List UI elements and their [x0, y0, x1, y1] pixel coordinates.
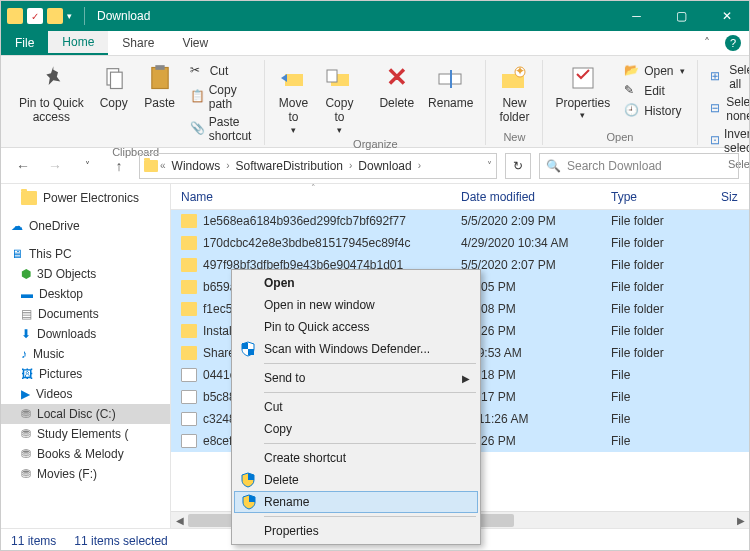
copy-button[interactable]: Copy: [92, 60, 136, 112]
item-count: 11 items: [11, 534, 56, 548]
home-tab[interactable]: Home: [48, 31, 108, 55]
document-icon: ▤: [21, 307, 32, 321]
forward-button[interactable]: →: [43, 154, 67, 178]
cut-button[interactable]: ✂Cut: [188, 62, 255, 80]
folder-icon: [181, 236, 197, 250]
qat-dropdown-icon[interactable]: ▾: [67, 11, 72, 21]
drive-icon: ⛃: [21, 427, 31, 441]
nav-pictures[interactable]: 🖼Pictures: [1, 364, 170, 384]
pin-quick-access-button[interactable]: Pin to Quick access: [13, 60, 90, 127]
desktop-icon: ▬: [21, 287, 33, 301]
breadcrumb-item[interactable]: Windows: [168, 159, 225, 173]
breadcrumb-item[interactable]: SoftwareDistribution: [232, 159, 347, 173]
paste-button[interactable]: Paste: [138, 60, 182, 112]
delete-button[interactable]: ✕Delete: [373, 60, 420, 112]
ctx-create-shortcut[interactable]: Create shortcut: [234, 447, 478, 469]
select-none-button[interactable]: ⊟Select none: [708, 94, 751, 124]
scroll-left-icon[interactable]: ◀: [171, 512, 188, 529]
ctx-copy[interactable]: Copy: [234, 418, 478, 440]
svg-text:✦: ✦: [515, 64, 525, 78]
scroll-right-icon[interactable]: ▶: [732, 512, 749, 529]
share-tab[interactable]: Share: [108, 31, 168, 55]
music-icon: ♪: [21, 347, 27, 361]
properties-button[interactable]: Properties▾: [549, 60, 616, 123]
ctx-cut[interactable]: Cut: [234, 396, 478, 418]
uac-shield-icon: [241, 494, 257, 510]
context-menu: Open Open in new window Pin to Quick acc…: [231, 269, 481, 545]
history-button[interactable]: 🕘History: [622, 102, 686, 120]
nav-study[interactable]: ⛃Study Elements (: [1, 424, 170, 444]
organize-group-label: Organize: [353, 138, 398, 150]
nav-desktop[interactable]: ▬Desktop: [1, 284, 170, 304]
file-icon: [181, 368, 197, 382]
breadcrumb[interactable]: « Windows› SoftwareDistribution› Downloa…: [139, 153, 497, 179]
nav-item[interactable]: Power Electronics: [1, 188, 170, 208]
ctx-pin-quick-access[interactable]: Pin to Quick access: [234, 316, 478, 338]
ctx-send-to[interactable]: Send to▶: [234, 367, 478, 389]
folder-icon: [181, 214, 197, 228]
select-all-button[interactable]: ⊞Select all: [708, 62, 751, 92]
qat-check-icon[interactable]: ✓: [27, 8, 43, 24]
nav-videos[interactable]: ▶Videos: [1, 384, 170, 404]
ctx-rename[interactable]: Rename: [234, 491, 478, 513]
table-row[interactable]: 1e568ea6184b936ed299fcb7bf692f775/5/2020…: [171, 210, 749, 232]
col-size[interactable]: Siz: [711, 190, 749, 204]
breadcrumb-dropdown-icon[interactable]: ˅: [487, 160, 492, 171]
col-type[interactable]: Type: [601, 190, 711, 204]
nav-documents[interactable]: ▤Documents: [1, 304, 170, 324]
nav-3d-objects[interactable]: ⬢3D Objects: [1, 264, 170, 284]
sort-indicator-icon: ˄: [311, 184, 316, 193]
ctx-properties[interactable]: Properties: [234, 520, 478, 542]
rename-button[interactable]: Rename: [422, 60, 479, 112]
breadcrumb-item[interactable]: Download: [354, 159, 415, 173]
file-icon: [181, 412, 197, 426]
minimize-button[interactable]: ─: [614, 1, 659, 31]
folder-icon: [144, 160, 158, 172]
explorer-icon: [7, 8, 23, 24]
file-icon: [181, 390, 197, 404]
invert-selection-button[interactable]: ⊡Invert selection: [708, 126, 751, 156]
nav-downloads[interactable]: ⬇Downloads: [1, 324, 170, 344]
view-tab[interactable]: View: [168, 31, 222, 55]
nav-movies[interactable]: ⛃Movies (F:): [1, 464, 170, 484]
folder-icon: [181, 258, 197, 272]
folder-icon: [47, 8, 63, 24]
refresh-button[interactable]: ↻: [505, 153, 531, 179]
picture-icon: 🖼: [21, 367, 33, 381]
copy-path-button[interactable]: 📋Copy path: [188, 82, 255, 112]
edit-button[interactable]: ✎Edit: [622, 82, 686, 100]
nav-music[interactable]: ♪Music: [1, 344, 170, 364]
ctx-open[interactable]: Open: [234, 272, 478, 294]
svg-rect-2: [152, 68, 168, 89]
ribbon: Pin to Quick access Copy Paste ✂Cut 📋Cop…: [1, 56, 749, 148]
open-button[interactable]: 📂Open▾: [622, 62, 686, 80]
help-button[interactable]: ?: [725, 35, 741, 51]
cube-icon: ⬢: [21, 267, 31, 281]
ctx-delete[interactable]: Delete: [234, 469, 478, 491]
file-tab[interactable]: File: [1, 31, 48, 55]
folder-icon: [181, 324, 197, 338]
ctx-defender-scan[interactable]: Scan with Windows Defender...: [234, 338, 478, 360]
copy-to-button[interactable]: Copy to▾: [317, 60, 361, 138]
maximize-button[interactable]: ▢: [659, 1, 704, 31]
nav-local-disc-c[interactable]: ⛃Local Disc (C:): [1, 404, 170, 424]
move-to-button[interactable]: Move to▾: [271, 60, 315, 138]
svg-rect-12: [573, 68, 593, 88]
close-button[interactable]: ✕: [704, 1, 749, 31]
table-row[interactable]: 170dcbc42e8e3bdbe81517945ec89f4c4/29/202…: [171, 232, 749, 254]
new-folder-button[interactable]: ✦New folder: [492, 60, 536, 127]
search-input[interactable]: 🔍 Search Download: [539, 153, 739, 179]
nav-this-pc[interactable]: 🖥This PC: [1, 244, 170, 264]
shield-icon: [240, 341, 256, 357]
minimize-ribbon-button[interactable]: ˄: [697, 31, 717, 55]
paste-shortcut-button[interactable]: 📎Paste shortcut: [188, 114, 255, 144]
nav-books[interactable]: ⛃Books & Melody: [1, 444, 170, 464]
up-button[interactable]: ↑: [107, 154, 131, 178]
nav-onedrive[interactable]: ☁OneDrive: [1, 216, 170, 236]
ctx-open-new-window[interactable]: Open in new window: [234, 294, 478, 316]
uac-shield-icon: [240, 472, 256, 488]
col-date[interactable]: Date modified: [451, 190, 601, 204]
recent-locations-button[interactable]: ˅: [75, 154, 99, 178]
back-button[interactable]: ←: [11, 154, 35, 178]
drive-icon: ⛃: [21, 407, 31, 421]
